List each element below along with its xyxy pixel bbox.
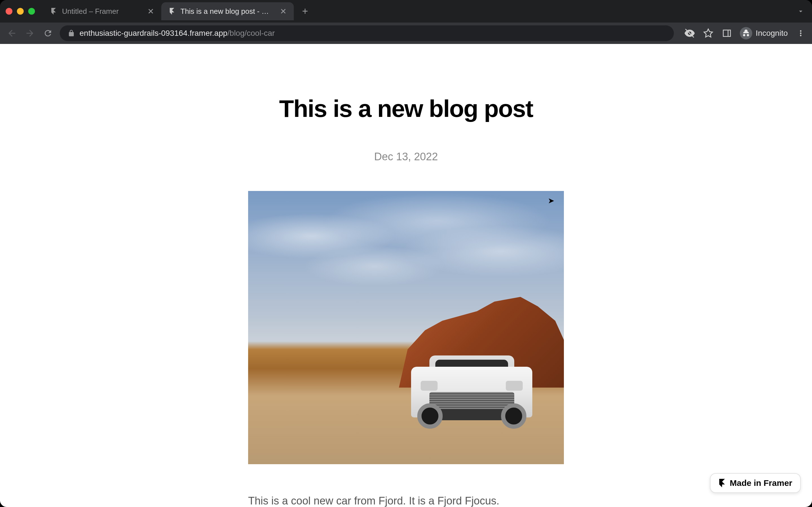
window-close-button[interactable] bbox=[6, 8, 12, 15]
url-field[interactable]: enthusiastic-guardrails-093164.framer.ap… bbox=[60, 25, 674, 41]
toolbar-icons: Incognito bbox=[684, 27, 806, 40]
incognito-icon bbox=[740, 27, 752, 40]
made-in-framer-badge[interactable]: Made in Framer bbox=[710, 473, 801, 493]
window-controls bbox=[6, 8, 35, 15]
framer-favicon-icon bbox=[50, 7, 57, 15]
lock-icon bbox=[68, 30, 75, 37]
tab-title: Untitled – Framer bbox=[62, 7, 142, 16]
forward-button[interactable] bbox=[24, 27, 36, 40]
url-path: /blog/cool-car bbox=[227, 29, 275, 38]
blog-title: This is a new blog post bbox=[279, 95, 533, 122]
image-car bbox=[411, 353, 532, 432]
blog-body-text: This is a cool new car from Fjord. It is… bbox=[248, 492, 564, 507]
side-panel-icon[interactable] bbox=[721, 27, 732, 39]
framer-badge-label: Made in Framer bbox=[730, 478, 792, 488]
tab-close-icon[interactable]: ✕ bbox=[279, 7, 287, 15]
window-maximize-button[interactable] bbox=[28, 8, 35, 15]
incognito-badge[interactable]: Incognito bbox=[740, 27, 788, 40]
url-domain: enthusiastic-guardrails-093164.framer.ap… bbox=[80, 29, 227, 38]
window-minimize-button[interactable] bbox=[17, 8, 24, 15]
tab-bar: Untitled – Framer ✕ This is a new blog p… bbox=[0, 0, 812, 22]
page-content: This is a new blog post Dec 13, 2022 ➤ bbox=[0, 44, 812, 507]
framer-favicon-icon bbox=[168, 7, 176, 15]
tabs-dropdown-icon[interactable] bbox=[795, 6, 806, 17]
browser-tab-active[interactable]: This is a new blog post - My Fr ✕ bbox=[161, 2, 294, 20]
blog-hero-image: ➤ bbox=[248, 191, 564, 464]
reload-button[interactable] bbox=[42, 27, 54, 40]
address-bar: enthusiastic-guardrails-093164.framer.ap… bbox=[0, 22, 812, 44]
blog-post: This is a new blog post Dec 13, 2022 ➤ bbox=[248, 44, 564, 507]
blog-date: Dec 13, 2022 bbox=[374, 151, 438, 163]
url-text: enthusiastic-guardrails-093164.framer.ap… bbox=[80, 29, 275, 38]
tab-close-icon[interactable]: ✕ bbox=[147, 7, 154, 15]
new-tab-button[interactable]: + bbox=[297, 3, 313, 19]
cursor-icon: ➤ bbox=[548, 196, 554, 205]
bookmark-star-icon[interactable] bbox=[703, 27, 714, 39]
tab-title: This is a new blog post - My Fr bbox=[181, 7, 274, 16]
cookies-blocked-icon[interactable] bbox=[684, 27, 695, 39]
incognito-label: Incognito bbox=[756, 29, 788, 38]
menu-dots-icon[interactable] bbox=[795, 27, 806, 39]
back-button[interactable] bbox=[6, 27, 18, 40]
framer-logo-icon bbox=[718, 479, 726, 487]
browser-tab[interactable]: Untitled – Framer ✕ bbox=[43, 2, 161, 20]
browser-window: Untitled – Framer ✕ This is a new blog p… bbox=[0, 0, 812, 507]
